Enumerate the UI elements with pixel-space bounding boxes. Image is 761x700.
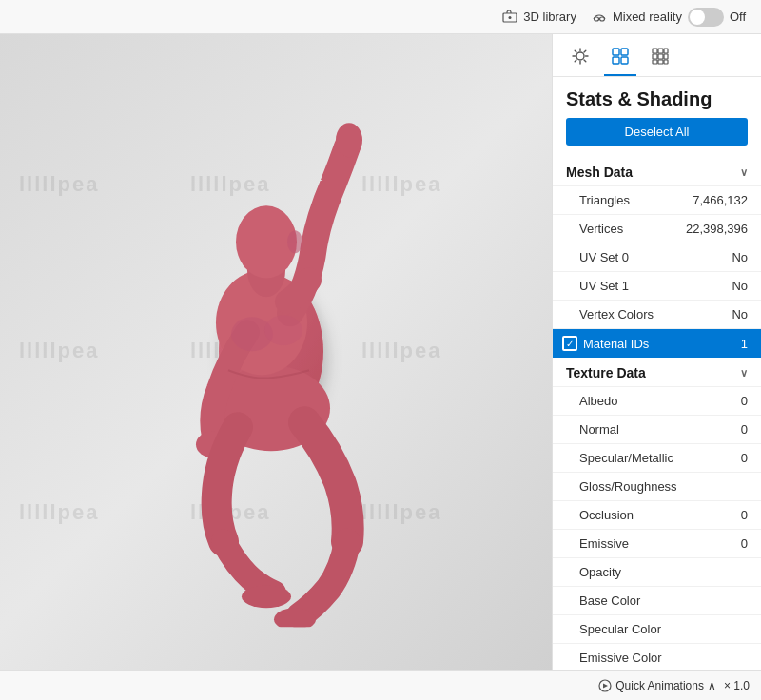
svg-rect-26: [621, 49, 628, 55]
watermark-1: lllllpea: [19, 172, 99, 197]
row-value: 7,466,132: [693, 193, 748, 207]
row-label: UV Set 1: [579, 279, 629, 293]
row-label: Emissive: [579, 536, 629, 551]
table-row: Base Color: [553, 586, 761, 614]
svg-line-23: [584, 50, 586, 52]
table-row: Opacity: [553, 557, 761, 586]
row-value: 22,398,396: [686, 222, 748, 236]
library-icon: [502, 10, 517, 25]
svg-rect-34: [664, 54, 668, 59]
svg-rect-36: [658, 60, 663, 64]
multiplier-value: × 1.0: [724, 679, 750, 692]
animations-expand-icon[interactable]: ∧: [708, 679, 716, 692]
row-value: 0: [741, 422, 748, 437]
svg-point-16: [576, 52, 584, 60]
quick-animations-item[interactable]: Quick Animations ∧: [598, 679, 716, 692]
deselect-all-button[interactable]: Deselect All: [566, 118, 748, 146]
tab-grid[interactable]: [644, 42, 676, 76]
viewport[interactable]: lllllpea lllllpea lllllpea lllllpea llll…: [0, 34, 552, 670]
svg-rect-35: [653, 60, 657, 64]
checkbox-checked-icon: ✓: [562, 336, 577, 351]
table-row: Specular/Metallic 0: [553, 443, 761, 472]
row-label: Occlusion: [579, 508, 634, 522]
table-row: UV Set 1 No: [553, 271, 761, 300]
row-label: Vertex Colors: [579, 307, 654, 321]
svg-rect-25: [613, 49, 619, 55]
animation-icon: [598, 679, 612, 692]
multiplier-item: × 1.0: [724, 679, 750, 692]
row-label: Specular/Metallic: [579, 451, 673, 465]
tab-sun[interactable]: [564, 42, 596, 76]
mixed-reality-label: Mixed reality: [613, 10, 682, 24]
svg-point-9: [336, 123, 362, 157]
table-row: UV Set 0 No: [553, 243, 761, 271]
top-bar: 3D library Mixed reality Off: [0, 0, 761, 34]
svg-rect-37: [664, 60, 668, 64]
animations-label: Quick Animations: [615, 679, 704, 692]
svg-line-22: [584, 60, 586, 62]
row-label: Base Color: [579, 593, 640, 608]
tab-stats[interactable]: [604, 42, 636, 76]
table-row: Vertex Colors No: [553, 300, 761, 328]
texture-chevron-icon: ∨: [740, 367, 748, 379]
row-label: Specular Color: [579, 622, 661, 636]
table-row: Normal 0: [553, 415, 761, 443]
svg-rect-27: [613, 57, 619, 64]
right-panel: Stats & Shading Deselect All Mesh Data ∨…: [552, 34, 761, 670]
library-item[interactable]: 3D library: [502, 10, 576, 25]
texture-data-section-header[interactable]: Texture Data ∨: [553, 358, 761, 386]
svg-point-1: [509, 16, 512, 19]
table-row: Triangles 7,466,132: [553, 185, 761, 214]
svg-rect-32: [653, 54, 657, 59]
svg-point-2: [594, 17, 598, 21]
svg-rect-31: [664, 49, 668, 53]
watermark-7: lllllpea: [19, 500, 99, 525]
row-label: Triangles: [579, 193, 630, 207]
mixed-reality-icon: [592, 10, 607, 25]
panel-title: Stats & Shading: [553, 77, 761, 118]
mesh-chevron-icon: ∨: [740, 166, 748, 179]
row-value: No: [732, 307, 748, 321]
mixed-reality-item[interactable]: Mixed reality Off: [592, 8, 746, 27]
toggle-state: Off: [730, 10, 746, 24]
row-label: Gloss/Roughness: [579, 479, 677, 494]
svg-point-3: [599, 17, 604, 21]
table-row: Specular Color: [553, 614, 761, 643]
row-value: No: [732, 250, 748, 264]
row-label: Opacity: [579, 565, 621, 579]
row-value: 0: [741, 508, 748, 522]
svg-rect-28: [621, 57, 628, 64]
row-label: Normal: [579, 422, 619, 437]
table-row: Gloss/Roughness: [553, 472, 761, 500]
mesh-data-section-header[interactable]: Mesh Data ∨: [553, 157, 761, 185]
bottom-bar: Quick Animations ∧ × 1.0: [0, 670, 761, 700]
svg-rect-30: [658, 49, 663, 53]
table-row-material-ids[interactable]: ✓ Material IDs 1: [553, 328, 761, 358]
mixed-reality-toggle[interactable]: [688, 8, 724, 27]
table-row: Vertices 22,398,396: [553, 214, 761, 243]
row-value: 1: [741, 337, 748, 351]
row-label: UV Set 0: [579, 250, 629, 264]
svg-line-24: [575, 60, 576, 62]
main-content: lllllpea lllllpea lllllpea lllllpea llll…: [0, 34, 761, 670]
table-row: Emissive Color: [553, 643, 761, 670]
svg-point-12: [242, 585, 291, 608]
panel-tabs: [553, 34, 761, 77]
table-row: Albedo 0: [553, 386, 761, 415]
texture-data-label: Texture Data: [566, 365, 646, 380]
library-label: 3D library: [523, 10, 576, 24]
row-label: Albedo: [579, 394, 617, 408]
svg-line-21: [575, 50, 576, 52]
toggle-thumb: [690, 10, 705, 25]
svg-rect-29: [653, 49, 657, 53]
svg-point-15: [287, 230, 302, 253]
svg-rect-33: [658, 54, 663, 59]
panel-content: Stats & Shading Deselect All Mesh Data ∨…: [553, 77, 761, 670]
mesh-data-label: Mesh Data: [566, 165, 633, 180]
row-label: ✓ Material IDs: [562, 336, 649, 351]
svg-point-14: [264, 315, 302, 345]
row-value: 0: [741, 451, 748, 465]
row-value: No: [732, 279, 748, 293]
watermark-4: lllllpea: [19, 339, 99, 363]
row-label: Vertices: [579, 222, 623, 236]
